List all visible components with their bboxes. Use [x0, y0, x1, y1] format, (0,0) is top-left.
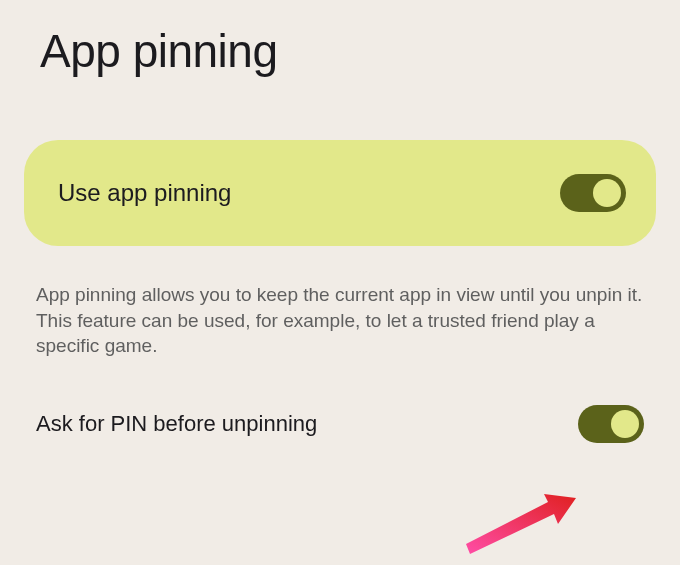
arrow-annotation-icon: [456, 484, 586, 554]
feature-description: App pinning allows you to keep the curre…: [0, 246, 680, 359]
toggle-thumb-icon: [611, 410, 639, 438]
svg-marker-0: [466, 494, 576, 554]
ask-pin-row[interactable]: Ask for PIN before unpinning: [0, 359, 680, 443]
ask-pin-toggle[interactable]: [578, 405, 644, 443]
toggle-thumb-icon: [593, 179, 621, 207]
ask-pin-label: Ask for PIN before unpinning: [36, 411, 317, 437]
page-title: App pinning: [0, 0, 680, 88]
use-app-pinning-toggle[interactable]: [560, 174, 626, 212]
use-app-pinning-card[interactable]: Use app pinning: [24, 140, 656, 246]
use-app-pinning-label: Use app pinning: [58, 179, 231, 207]
